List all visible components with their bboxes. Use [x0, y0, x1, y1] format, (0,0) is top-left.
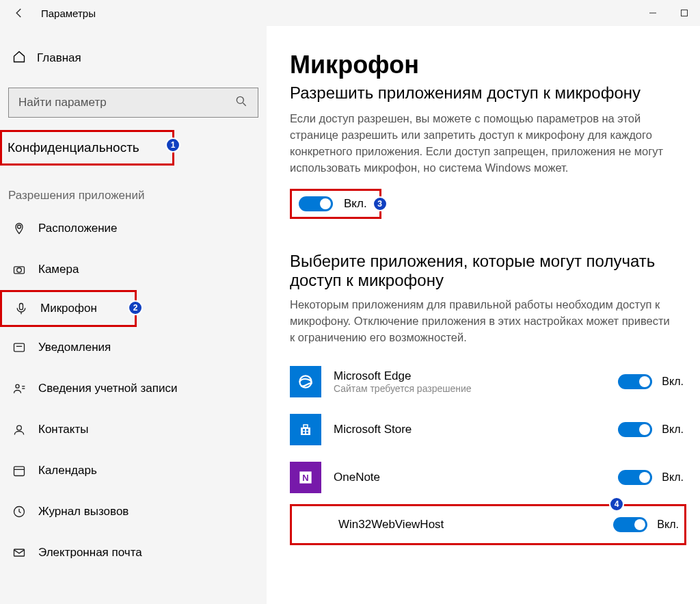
allow-apps-description: Если доступ разрешен, вы можете с помощь…	[290, 111, 673, 176]
home-label: Главная	[37, 51, 81, 65]
svg-rect-25	[306, 432, 308, 434]
annotation-badge-2: 2	[128, 300, 143, 315]
search-icon	[234, 94, 248, 111]
privacy-section-link[interactable]: Конфиденциальность	[2, 132, 172, 163]
nav-item-email[interactable]: Электронная почта	[0, 532, 267, 573]
app-toggle-onenote[interactable]	[618, 470, 652, 485]
store-app-icon	[290, 414, 321, 445]
onenote-app-icon: N	[290, 462, 321, 493]
svg-rect-20	[301, 428, 310, 435]
app-name: OneNote	[334, 471, 618, 484]
allow-apps-heading: Разрешить приложениям доступ к микрофону	[290, 83, 686, 103]
svg-rect-24	[303, 432, 305, 434]
arrow-left-icon	[13, 7, 25, 19]
location-icon	[11, 222, 27, 235]
account-info-icon	[11, 382, 27, 395]
main-content: Микрофон Разрешить приложениям доступ к …	[267, 26, 700, 604]
microphone-icon	[13, 302, 29, 315]
minimize-button[interactable]	[637, 2, 669, 24]
back-button[interactable]	[10, 3, 29, 23]
camera-icon	[11, 263, 27, 276]
home-icon	[12, 50, 26, 67]
nav-item-microphone[interactable]: Микрофон	[2, 292, 135, 325]
nav-item-callhistory[interactable]: Журнал вызовов	[0, 491, 267, 532]
svg-point-6	[17, 268, 22, 273]
svg-rect-7	[20, 304, 23, 310]
svg-point-14	[17, 425, 22, 430]
search-placeholder: Найти параметр	[18, 96, 107, 109]
notifications-icon	[11, 341, 27, 354]
permissions-group-title: Разрешения приложений	[0, 189, 267, 202]
svg-rect-9	[14, 343, 25, 352]
app-name: Microsoft Edge	[334, 369, 618, 383]
edge-app-icon	[290, 366, 321, 397]
nav-item-location[interactable]: Расположение	[0, 208, 267, 249]
svg-point-4	[18, 225, 21, 228]
search-input[interactable]: Найти параметр	[8, 88, 258, 118]
app-toggle-edge[interactable]	[618, 374, 652, 389]
svg-line-3	[243, 103, 246, 105]
choose-apps-heading: Выберите приложения, которые могут получ…	[290, 252, 686, 290]
maximize-button[interactable]	[669, 2, 700, 24]
app-note: Сайтам требуется разрешение	[334, 383, 618, 394]
svg-rect-15	[14, 467, 25, 475]
app-toggle-webview[interactable]	[613, 517, 647, 532]
contacts-icon	[11, 423, 27, 436]
choose-apps-description: Некоторым приложениям для правильной раб…	[290, 297, 673, 346]
svg-rect-18	[14, 549, 25, 556]
nav-item-camera[interactable]: Камера	[0, 249, 267, 290]
svg-rect-1	[682, 10, 688, 16]
svg-rect-23	[306, 429, 308, 431]
svg-point-2	[237, 96, 243, 103]
nav-item-calendar[interactable]: Календарь	[0, 450, 267, 491]
svg-text:N: N	[302, 473, 308, 484]
app-toggle-state: Вкл.	[662, 471, 684, 484]
titlebar: Параметры	[0, 0, 700, 26]
app-toggle-state: Вкл.	[662, 376, 684, 388]
email-icon	[11, 546, 27, 560]
nav-item-notifications[interactable]: Уведомления	[0, 327, 267, 368]
app-row-onenote: N OneNote Вкл.	[290, 454, 686, 501]
maximize-icon	[680, 9, 688, 17]
app-name: Win32WebViewHost	[338, 518, 613, 531]
master-toggle-state: Вкл.	[344, 197, 367, 211]
annotation-badge-3: 3	[373, 196, 388, 211]
svg-rect-22	[303, 429, 305, 431]
app-toggle-state: Вкл.	[657, 518, 679, 531]
annotation-badge-1: 1	[165, 137, 180, 153]
webview-app-icon	[295, 509, 326, 540]
app-toggle-state: Вкл.	[662, 423, 684, 436]
svg-rect-21	[304, 425, 308, 428]
calendar-icon	[11, 464, 27, 477]
app-row-store: Microsoft Store Вкл.	[290, 406, 686, 454]
app-row-webview: Win32WebViewHost Вкл.	[295, 508, 682, 542]
app-toggle-store[interactable]	[618, 422, 652, 437]
home-link[interactable]: Главная	[0, 41, 267, 75]
master-toggle[interactable]	[299, 196, 333, 211]
sidebar: Главная Найти параметр Конфиденциальност…	[0, 26, 267, 604]
page-title: Микрофон	[290, 51, 686, 79]
svg-point-11	[16, 384, 19, 388]
window-title: Параметры	[41, 8, 96, 19]
app-row-edge: Microsoft Edge Сайтам требуется разрешен…	[290, 358, 686, 406]
nav-item-contacts[interactable]: Контакты	[0, 409, 267, 450]
nav-item-account-info[interactable]: Сведения учетной записи	[0, 368, 267, 409]
app-name: Microsoft Store	[334, 423, 618, 436]
call-history-icon	[11, 505, 27, 518]
minimize-icon	[649, 9, 657, 17]
